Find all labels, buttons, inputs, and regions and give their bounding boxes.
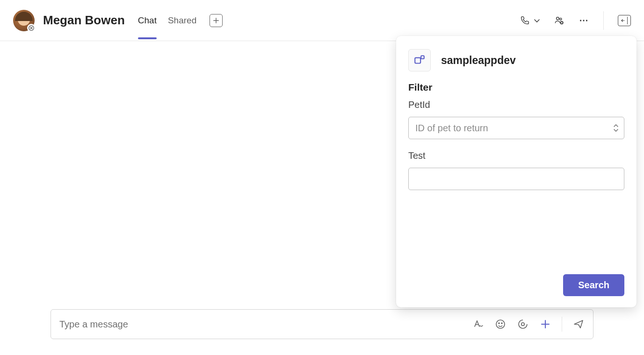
petid-label: PetId: [408, 99, 624, 110]
spinner-down-button[interactable]: [613, 128, 619, 132]
arrow-left-icon: [620, 18, 626, 23]
header-tabs: Chat Shared: [138, 2, 223, 39]
svg-point-11: [583, 20, 584, 21]
plus-icon: [213, 17, 219, 24]
actions-button[interactable]: [539, 318, 551, 330]
compose-bar: [51, 309, 593, 339]
app-name: sampleappdev: [441, 54, 516, 67]
tab-chat[interactable]: Chat: [138, 2, 157, 39]
svg-point-12: [586, 20, 587, 21]
svg-point-10: [580, 20, 581, 21]
app-logo-icon: [413, 54, 426, 66]
presence-offline-icon: [27, 24, 36, 32]
send-icon: [573, 319, 584, 330]
popup-header: sampleappdev: [408, 49, 624, 71]
svg-point-6: [560, 18, 562, 20]
loop-button[interactable]: [517, 318, 529, 330]
test-input[interactable]: [408, 168, 624, 190]
plus-icon: [540, 319, 551, 330]
people-add-icon: [554, 15, 564, 26]
phone-icon: [519, 15, 530, 26]
svg-point-15: [496, 320, 505, 328]
petid-input-wrap: [408, 117, 624, 139]
emoji-icon: [495, 319, 506, 330]
format-text-icon: [472, 319, 484, 330]
chevron-down-icon: [533, 15, 541, 26]
vertical-divider: [562, 317, 562, 332]
toggle-side-panel-button[interactable]: [618, 15, 631, 26]
add-tab-button[interactable]: [210, 14, 223, 27]
svg-point-16: [499, 323, 499, 324]
svg-rect-22: [421, 56, 424, 59]
petid-input[interactable]: [409, 123, 608, 134]
chat-header: Megan Bowen Chat Shared: [0, 0, 644, 41]
contact-name: Megan Bowen: [43, 13, 125, 28]
compose-actions: [472, 317, 585, 332]
more-horizontal-icon: [579, 15, 589, 26]
app-icon: [408, 49, 431, 71]
svg-point-5: [557, 17, 559, 20]
header-actions: [519, 11, 631, 30]
vertical-divider: [603, 11, 604, 30]
send-button[interactable]: [572, 318, 585, 330]
format-button[interactable]: [472, 318, 484, 330]
more-options-button[interactable]: [578, 15, 589, 26]
tab-shared[interactable]: Shared: [168, 2, 196, 39]
message-extension-popup: sampleappdev Filter PetId Test Search: [396, 36, 637, 307]
filter-heading: Filter: [408, 82, 624, 93]
loop-icon: [517, 319, 528, 330]
number-spinner: [608, 124, 624, 132]
svg-point-18: [521, 323, 524, 326]
call-button[interactable]: [519, 15, 541, 26]
add-people-button[interactable]: [554, 15, 565, 26]
contact-avatar[interactable]: [13, 10, 35, 31]
svg-rect-21: [415, 58, 420, 64]
spinner-up-button[interactable]: [613, 124, 619, 128]
test-label: Test: [408, 150, 624, 161]
svg-point-17: [501, 323, 502, 324]
popup-footer: Search: [408, 274, 624, 296]
message-input[interactable]: [59, 319, 466, 330]
emoji-button[interactable]: [494, 318, 507, 330]
search-button[interactable]: Search: [563, 274, 624, 296]
